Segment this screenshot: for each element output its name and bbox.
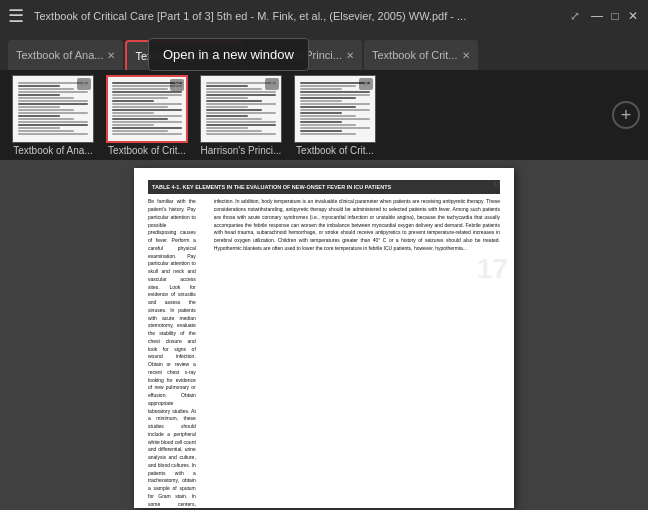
thumbnail-2-close[interactable]: ✕ bbox=[265, 78, 279, 90]
thumbnail-0[interactable]: ✕ Textbook of Ana... bbox=[8, 75, 98, 156]
add-tab-button[interactable]: + bbox=[612, 101, 640, 129]
pdf-page-number: 17 bbox=[494, 180, 500, 188]
tab-1-label: Textbook of Crit... bbox=[135, 50, 221, 62]
tab-1-close[interactable]: ✕ bbox=[225, 51, 233, 62]
thumbnail-3-label: Textbook of Crit... bbox=[290, 145, 380, 156]
minimize-button[interactable]: — bbox=[590, 9, 604, 23]
tabs-row: Textbook of Ana... ✕ Textbook of Crit...… bbox=[0, 32, 648, 70]
pdf-chapter-num: 17 bbox=[477, 248, 508, 290]
expand-icon[interactable]: ⤢ bbox=[568, 9, 582, 23]
thumbnail-0-close[interactable]: ✕ bbox=[77, 78, 91, 90]
tab-0-close[interactable]: ✕ bbox=[107, 50, 115, 61]
window-controls: ⤢ — □ ✕ bbox=[568, 9, 640, 23]
pdf-text-right: infection. In addition, body temperature… bbox=[214, 198, 500, 252]
tab-0[interactable]: Textbook of Ana... ✕ bbox=[8, 40, 123, 70]
tab-3-close[interactable]: ✕ bbox=[462, 50, 470, 61]
thumbnail-2[interactable]: ✕ Harrison's Princi... bbox=[196, 75, 286, 156]
thumbnail-2-label: Harrison's Princi... bbox=[196, 145, 286, 156]
thumbnail-1-label: Textbook of Crit... bbox=[102, 145, 192, 156]
pdf-page: 17 TABLE 4-1. KEY ELEMENTS IN THE EVALUA… bbox=[134, 168, 514, 508]
thumbnail-3-close[interactable]: ✕ bbox=[359, 78, 373, 90]
tab-2-close[interactable]: ✕ bbox=[346, 50, 354, 61]
maximize-button[interactable]: □ bbox=[608, 9, 622, 23]
thumbnail-1-img: ✕ bbox=[106, 75, 188, 143]
tab-3[interactable]: Textbook of Crit... ✕ bbox=[364, 40, 478, 70]
menu-icon[interactable]: ☰ bbox=[8, 5, 24, 27]
thumbnail-1[interactable]: ✕ Textbook of Crit... bbox=[102, 75, 192, 156]
tab-0-label: Textbook of Ana... bbox=[16, 49, 103, 61]
pdf-area: 17 TABLE 4-1. KEY ELEMENTS IN THE EVALUA… bbox=[0, 160, 648, 510]
tab-3-label: Textbook of Crit... bbox=[372, 49, 458, 61]
thumbnail-0-img: ✕ bbox=[12, 75, 94, 143]
tab-2[interactable]: Harrison's Princi... ✕ bbox=[245, 40, 362, 70]
close-button[interactable]: ✕ bbox=[626, 9, 640, 23]
tab-1[interactable]: Textbook of Crit... ✕ bbox=[125, 40, 243, 70]
pdf-text-left: Be familiar with the patient's history. … bbox=[148, 198, 196, 508]
thumbnail-3[interactable]: ✕ Textbook of Crit... bbox=[290, 75, 380, 156]
pdf-col-left: Be familiar with the patient's history. … bbox=[148, 198, 196, 508]
pdf-col-right: infection. In addition, body temperature… bbox=[214, 198, 500, 508]
thumbnails-row: ✕ Textbook of Ana... ✕ Textbook of Crit.… bbox=[0, 70, 648, 160]
window-title: Textbook of Critical Care [Part 1 of 3] … bbox=[34, 10, 568, 22]
thumbnail-0-label: Textbook of Ana... bbox=[8, 145, 98, 156]
title-bar: ☰ Textbook of Critical Care [Part 1 of 3… bbox=[0, 0, 648, 32]
thumbnail-2-img: ✕ bbox=[200, 75, 282, 143]
thumbnail-3-img: ✕ bbox=[294, 75, 376, 143]
tab-2-label: Harrison's Princi... bbox=[253, 49, 342, 61]
thumbnail-1-close[interactable]: ✕ bbox=[170, 79, 184, 91]
pdf-table-header: TABLE 4-1. KEY ELEMENTS IN THE EVALUATIO… bbox=[148, 180, 500, 194]
